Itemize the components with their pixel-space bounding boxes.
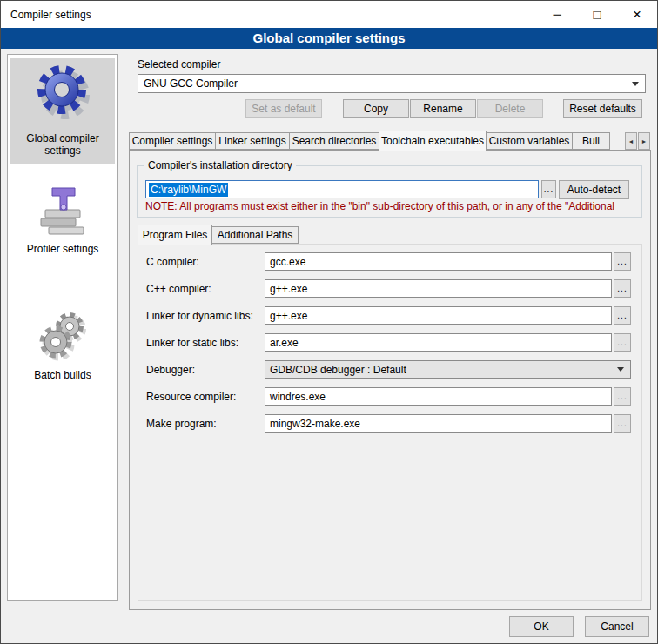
resource-compiler-label: Resource compiler: — [146, 391, 265, 403]
debugger-label: Debugger: — [146, 364, 265, 376]
installation-directory-input[interactable]: C:\raylib\MinGW — [145, 180, 539, 198]
dynamic-linker-value: g++.exe — [270, 310, 307, 322]
resource-compiler-input[interactable]: windres.exe — [265, 387, 612, 406]
chevron-down-icon — [632, 82, 639, 86]
cpp-compiler-input[interactable]: g++.exe — [265, 279, 612, 298]
static-linker-value: ar.exe — [270, 337, 299, 349]
browse-ellipsis-icon: ... — [617, 338, 627, 347]
browse-ellipsis-icon: ... — [617, 419, 627, 428]
tab-linker-settings[interactable]: Linker settings — [215, 132, 290, 150]
browse-ellipsis-icon: ... — [617, 311, 627, 320]
sidebar-item-batch-builds[interactable]: Batch builds — [10, 302, 115, 388]
button-label: Rename — [423, 103, 462, 115]
dynamic-linker-browse-button[interactable]: ... — [614, 306, 631, 325]
button-label: Copy — [364, 103, 388, 115]
installation-directory-value: C:\raylib\MinGW — [149, 183, 228, 197]
make-program-browse-button[interactable]: ... — [614, 414, 631, 433]
button-label: Reset defaults — [569, 103, 636, 115]
c-compiler-input[interactable]: gcc.exe — [265, 252, 612, 271]
reset-defaults-button[interactable]: Reset defaults — [563, 99, 642, 118]
cpp-compiler-browse-button[interactable]: ... — [614, 279, 631, 298]
gray-gears-icon — [35, 307, 91, 363]
tab-compiler-settings[interactable]: Compiler settings — [129, 132, 216, 150]
close-icon: × — [633, 6, 641, 23]
selected-compiler-label: Selected compiler — [138, 58, 220, 70]
window-controls: ─ □ × — [537, 1, 657, 28]
resource-compiler-value: windres.exe — [270, 391, 326, 403]
titlebar[interactable]: Compiler settings ─ □ × — [1, 1, 657, 28]
maximize-icon: □ — [593, 7, 601, 22]
tab-search-directories[interactable]: Search directories — [289, 132, 379, 150]
dialog-title: Global compiler settings — [252, 30, 405, 45]
settings-sidebar: Global compiler settings Profiler settin… — [7, 54, 118, 601]
bin-subdirectory-note: NOTE: All programs must exist either in … — [145, 200, 648, 212]
browse-ellipsis-icon: ... — [617, 257, 627, 266]
static-linker-label: Linker for static libs: — [146, 337, 265, 349]
tab-scroll-right-button[interactable]: ► — [638, 132, 650, 150]
cancel-button[interactable]: Cancel — [585, 616, 649, 637]
tab-build-truncated[interactable]: Buil — [572, 132, 610, 150]
profiler-tool-icon — [35, 181, 91, 237]
c-compiler-value: gcc.exe — [270, 256, 306, 268]
auto-detect-button[interactable]: Auto-detect — [559, 180, 629, 199]
minimize-icon: ─ — [553, 8, 561, 21]
sidebar-item-label: Profiler settings — [27, 243, 99, 255]
copy-button[interactable]: Copy — [343, 99, 409, 118]
resource-compiler-browse-button[interactable]: ... — [614, 387, 631, 406]
button-label: Auto-detect — [567, 184, 621, 196]
make-program-input[interactable]: mingw32-make.exe — [265, 414, 612, 433]
c-compiler-label: C compiler: — [146, 256, 265, 268]
tab-toolchain-executables[interactable]: Toolchain executables — [379, 131, 487, 151]
tab-additional-paths[interactable]: Additional Paths — [212, 226, 299, 244]
set-as-default-button: Set as default — [245, 99, 322, 118]
window-title: Compiler settings — [1, 9, 91, 21]
cpp-compiler-value: g++.exe — [270, 283, 307, 295]
chevron-down-icon — [617, 367, 624, 372]
button-label: Cancel — [601, 621, 633, 633]
arrow-right-icon: ► — [641, 138, 648, 144]
debugger-select[interactable]: GDB/CDB debugger : Default — [265, 360, 631, 379]
tab-label: Custom variables — [489, 135, 570, 147]
sidebar-item-label: Global compiler settings — [12, 132, 113, 157]
tab-program-files[interactable]: Program Files — [138, 225, 212, 245]
dynamic-linker-label: Linker for dynamic libs: — [146, 310, 265, 322]
close-button[interactable]: × — [617, 1, 657, 28]
arrow-left-icon: ◄ — [628, 138, 634, 144]
make-program-label: Make program: — [146, 418, 265, 430]
tab-label: Buil — [582, 135, 600, 147]
static-linker-browse-button[interactable]: ... — [614, 333, 631, 352]
tab-label: Search directories — [292, 135, 377, 147]
selected-compiler-dropdown[interactable]: GNU GCC Compiler — [138, 74, 646, 93]
tab-label: Additional Paths — [218, 229, 293, 241]
delete-button: Delete — [477, 99, 543, 118]
button-label: Set as default — [252, 103, 315, 115]
browse-ellipsis-icon: ... — [617, 392, 627, 401]
selected-compiler-value: GNU GCC Compiler — [144, 77, 238, 90]
ok-button[interactable]: OK — [509, 616, 574, 637]
make-program-value: mingw32-make.exe — [270, 418, 360, 430]
sidebar-item-profiler-settings[interactable]: Profiler settings — [10, 176, 115, 262]
c-compiler-browse-button[interactable]: ... — [614, 252, 631, 271]
blue-gear-icon — [31, 64, 94, 126]
browse-ellipsis-icon: ... — [544, 184, 554, 194]
minimize-button[interactable]: ─ — [537, 1, 577, 28]
tab-custom-variables[interactable]: Custom variables — [486, 132, 573, 150]
dialog-header: Global compiler settings — [1, 28, 657, 49]
button-label: OK — [534, 621, 548, 633]
installation-directory-label: Compiler's installation directory — [144, 159, 296, 171]
sidebar-item-label: Batch builds — [34, 369, 91, 381]
cpp-compiler-label: C++ compiler: — [146, 283, 265, 295]
browse-ellipsis-icon: ... — [617, 284, 627, 293]
maximize-button[interactable]: □ — [577, 1, 617, 28]
tab-label: Linker settings — [218, 135, 285, 147]
installation-directory-browse-button[interactable]: ... — [541, 180, 556, 198]
rename-button[interactable]: Rename — [410, 99, 476, 118]
compiler-settings-window: Compiler settings ─ □ × Global compiler … — [0, 0, 658, 644]
tab-label: Program Files — [143, 229, 208, 241]
tab-scroll-left-button[interactable]: ◄ — [625, 132, 637, 150]
static-linker-input[interactable]: ar.exe — [265, 333, 612, 352]
tab-label: Compiler settings — [132, 135, 213, 147]
sidebar-item-global-compiler-settings[interactable]: Global compiler settings — [10, 58, 115, 164]
tab-label: Toolchain executables — [381, 135, 484, 147]
dynamic-linker-input[interactable]: g++.exe — [265, 306, 612, 325]
